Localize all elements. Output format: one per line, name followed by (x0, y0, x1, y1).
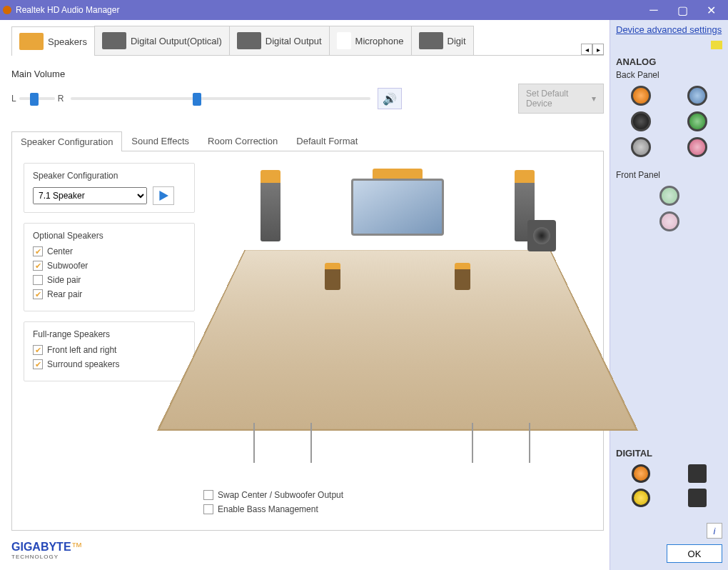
brand-logo: GIGABYTE™ TECHNOLOGY (11, 541, 83, 560)
analog-heading: ANALOG (616, 56, 722, 67)
sticky-note-icon[interactable] (711, 41, 722, 49)
surround-right-speaker-icon[interactable] (455, 263, 470, 290)
side-left-speaker-icon[interactable] (310, 423, 323, 463)
play-test-button[interactable] (153, 186, 174, 205)
rear-left-speaker-icon[interactable] (253, 423, 266, 463)
connector-sidebar: Device advanced settings ANALOG Back Pan… (610, 20, 728, 570)
digital-jack-orange[interactable] (632, 464, 650, 483)
subwoofer-icon[interactable] (527, 220, 556, 251)
subtab-default-format[interactable]: Default Format (287, 131, 367, 151)
device-advanced-settings-link[interactable]: Device advanced settings (616, 24, 722, 35)
jack-mic[interactable] (687, 137, 707, 157)
ok-button[interactable]: OK (667, 544, 722, 563)
balance-slider[interactable]: L R (11, 94, 64, 104)
tab-digit[interactable]: Digit (411, 26, 474, 55)
tab-digital-output[interactable]: Digital Output (229, 26, 330, 55)
footer: GIGABYTE™ TECHNOLOGY (11, 536, 604, 564)
main-volume-label: Main Volume (11, 69, 604, 79)
device-tabs: Speakers Digital Output(Optical) Digital… (11, 26, 604, 56)
speaker-config-select[interactable]: 7.1 Speaker (33, 187, 147, 204)
digital-heading: DIGITAL (616, 448, 722, 459)
tab-prev-button[interactable]: ◂ (581, 44, 592, 55)
mute-button[interactable]: 🔊 (378, 88, 402, 109)
jack-line-in[interactable] (687, 86, 707, 106)
speaker-room-illustration (203, 163, 592, 484)
info-button[interactable]: i (707, 523, 722, 539)
svg-marker-0 (159, 191, 168, 201)
front-panel-label: Front Panel (616, 170, 722, 180)
subtab-sound-effects[interactable]: Sound Effects (122, 131, 198, 151)
checkbox-center[interactable]: Center (33, 246, 186, 256)
jack-front-headphone[interactable] (659, 186, 679, 206)
minimize-button[interactable]: ─ (639, 0, 668, 20)
maximize-button[interactable]: ▢ (668, 0, 697, 20)
sound-icon: 🔊 (383, 92, 397, 106)
window-title: Realtek HD Audio Manager (16, 5, 639, 15)
digital-jack-yellow[interactable] (632, 489, 650, 507)
jack-front-out[interactable] (687, 111, 707, 131)
chevron-down-icon: ▾ (592, 94, 596, 104)
subtab-room-correction[interactable]: Room Correction (198, 131, 287, 151)
tab-digital-output-optical[interactable]: Digital Output(Optical) (94, 26, 230, 55)
side-right-speaker-icon[interactable] (472, 423, 485, 463)
speaker-configuration-group: Speaker Configuration 7.1 Speaker (24, 163, 195, 213)
tab-next-button[interactable]: ▸ (592, 44, 604, 55)
optional-speakers-group: Optional Speakers Center Subwoofer Side … (24, 223, 195, 311)
config-sub-tabs: Speaker Configuration Sound Effects Room… (11, 131, 604, 151)
jack-side[interactable] (631, 137, 651, 157)
title-bar: Realtek HD Audio Manager ─ ▢ ✕ (0, 0, 728, 20)
checkbox-swap-center-sub[interactable]: Swap Center / Subwoofer Output (203, 490, 592, 500)
front-left-speaker-icon[interactable] (261, 170, 280, 241)
digital-optical-1[interactable] (688, 464, 707, 483)
fullrange-speakers-group: Full-range Speakers Front left and right… (24, 321, 195, 381)
tab-nav: ◂ ▸ (581, 44, 604, 55)
jack-center-sub[interactable] (631, 86, 651, 106)
jack-rear[interactable] (631, 111, 651, 131)
checkbox-rear-pair[interactable]: Rear pair (33, 289, 186, 299)
subtab-speaker-configuration[interactable]: Speaker Configuration (11, 131, 122, 151)
checkbox-bass-management[interactable]: Enable Bass Management (203, 504, 592, 514)
tab-speakers[interactable]: Speakers (11, 26, 95, 56)
app-icon (3, 6, 11, 14)
tv-icon (351, 179, 444, 236)
surround-left-speaker-icon[interactable] (325, 263, 340, 290)
jack-front-mic[interactable] (659, 211, 679, 231)
checkbox-surround[interactable]: Surround speakers (33, 359, 186, 369)
checkbox-front-lr[interactable]: Front left and right (33, 345, 186, 355)
close-button[interactable]: ✕ (697, 0, 725, 20)
back-panel-label: Back Panel (616, 70, 722, 80)
digital-optical-2[interactable] (688, 489, 707, 507)
rear-right-speaker-icon[interactable] (529, 423, 542, 463)
speaker-icon (19, 33, 44, 50)
set-default-device-button[interactable]: Set Default Device ▾ (518, 84, 604, 114)
play-icon (158, 191, 168, 201)
speaker-config-panel: Speaker Configuration 7.1 Speaker Option… (11, 151, 604, 531)
device-icon (419, 32, 443, 49)
device-icon (237, 32, 261, 49)
microphone-icon (337, 32, 351, 49)
checkbox-side-pair[interactable]: Side pair (33, 275, 186, 285)
main-volume-section: Main Volume L R 🔊 Set Default Device ▾ (11, 69, 604, 114)
tab-microphone[interactable]: Microphone (329, 26, 412, 55)
device-icon (102, 32, 126, 49)
volume-slider[interactable] (71, 97, 370, 100)
checkbox-subwoofer[interactable]: Subwoofer (33, 261, 186, 271)
